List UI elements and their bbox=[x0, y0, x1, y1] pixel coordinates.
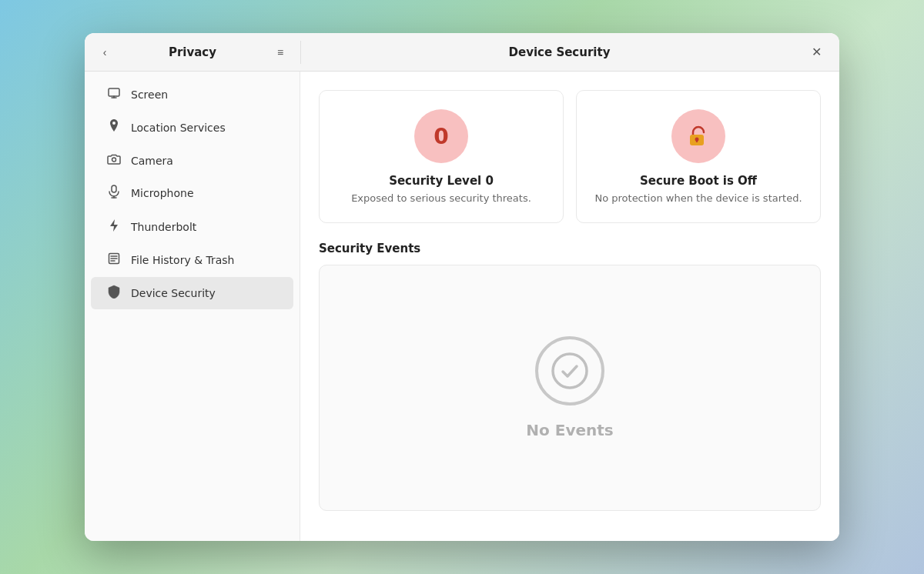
sidebar-label-screen: Screen bbox=[131, 88, 168, 101]
lock-open-icon bbox=[685, 122, 712, 150]
sidebar-label-thunderbolt: Thunderbolt bbox=[131, 221, 196, 233]
svg-rect-14 bbox=[696, 139, 698, 142]
events-section-title: Security Events bbox=[319, 242, 821, 255]
security-level-number: 0 bbox=[434, 124, 448, 149]
content-area: 0 Security Level 0 Exposed to serious se… bbox=[300, 72, 839, 541]
devicesecurity-icon bbox=[106, 285, 122, 302]
hamburger-button[interactable]: ≡ bbox=[270, 42, 291, 63]
filehistory-icon bbox=[106, 252, 122, 268]
screen-icon bbox=[106, 87, 122, 102]
sidebar-title: Privacy bbox=[122, 45, 263, 59]
svg-rect-0 bbox=[109, 88, 119, 96]
svg-point-4 bbox=[112, 158, 116, 162]
sidebar: Screen Location Services bbox=[85, 72, 300, 541]
sidebar-item-devicesecurity[interactable]: Device Security bbox=[91, 277, 293, 309]
sidebar-item-microphone[interactable]: Microphone bbox=[91, 177, 293, 209]
sidebar-item-camera[interactable]: Camera bbox=[91, 145, 293, 175]
sidebar-item-location[interactable]: Location Services bbox=[91, 112, 293, 144]
svg-rect-5 bbox=[112, 185, 116, 192]
content-title: Device Security bbox=[313, 45, 805, 59]
sidebar-label-microphone: Microphone bbox=[131, 187, 194, 199]
no-events-label: No Events bbox=[526, 421, 613, 439]
sidebar-item-filehistory[interactable]: File History & Trash bbox=[91, 245, 293, 275]
svg-point-15 bbox=[553, 354, 587, 388]
back-button[interactable]: ‹ bbox=[94, 42, 116, 63]
secure-boot-title: Secure Boot is Off bbox=[640, 174, 757, 188]
thunderbolt-icon bbox=[106, 219, 122, 235]
cards-row: 0 Security Level 0 Exposed to serious se… bbox=[319, 90, 821, 223]
microphone-icon bbox=[106, 185, 122, 202]
security-level-desc: Exposed to serious security threats. bbox=[351, 192, 531, 204]
location-icon bbox=[106, 119, 122, 136]
secure-boot-desc: No protection when the device is started… bbox=[594, 192, 802, 204]
camera-icon bbox=[106, 153, 122, 168]
hamburger-icon: ≡ bbox=[277, 46, 283, 58]
secure-boot-card: Secure Boot is Off No protection when th… bbox=[576, 90, 821, 223]
close-icon: ✕ bbox=[812, 45, 822, 59]
sidebar-label-location: Location Services bbox=[131, 122, 226, 134]
secure-boot-icon-circle bbox=[671, 109, 725, 163]
no-events-icon bbox=[551, 352, 589, 390]
sidebar-label-devicesecurity: Device Security bbox=[131, 287, 216, 299]
titlebar-right: Device Security ✕ bbox=[301, 42, 839, 63]
sidebar-item-thunderbolt[interactable]: Thunderbolt bbox=[91, 211, 293, 243]
security-level-icon: 0 bbox=[414, 109, 468, 163]
sidebar-label-camera: Camera bbox=[131, 155, 173, 167]
sidebar-label-filehistory: File History & Trash bbox=[131, 254, 235, 266]
security-level-title: Security Level 0 bbox=[389, 174, 494, 188]
main-content: Screen Location Services bbox=[85, 72, 839, 541]
svg-point-3 bbox=[112, 122, 116, 125]
events-panel: No Events bbox=[319, 265, 821, 511]
security-level-card: 0 Security Level 0 Exposed to serious se… bbox=[319, 90, 564, 223]
no-events-circle bbox=[535, 336, 604, 405]
titlebar: ‹ Privacy ≡ Device Security ✕ bbox=[85, 33, 839, 72]
sidebar-item-screen[interactable]: Screen bbox=[91, 79, 293, 110]
titlebar-left: ‹ Privacy ≡ bbox=[85, 42, 300, 63]
back-icon: ‹ bbox=[103, 46, 107, 58]
main-window: ‹ Privacy ≡ Device Security ✕ bbox=[85, 33, 839, 541]
close-button[interactable]: ✕ bbox=[805, 42, 827, 63]
